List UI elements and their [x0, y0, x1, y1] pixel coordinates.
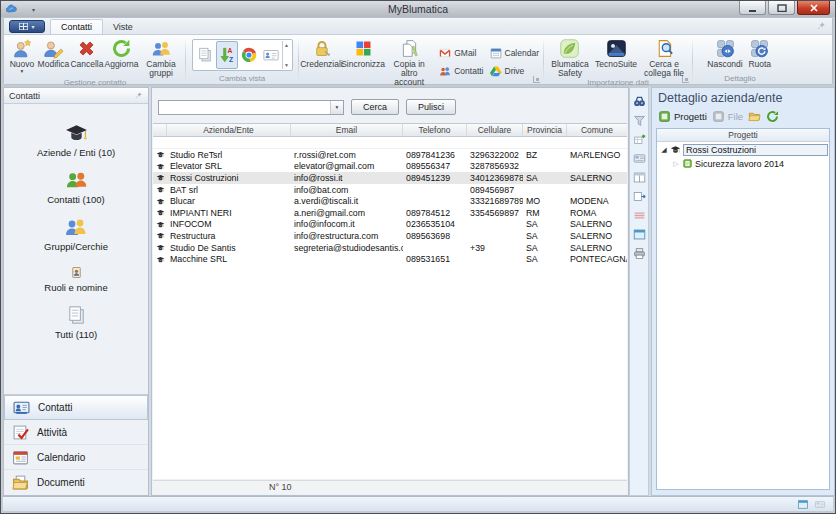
nascondi-button[interactable]: Nascondi [705, 36, 744, 74]
table-row-selected[interactable]: Rossi Costruzioni info@rossi.it 08945123… [153, 172, 627, 184]
collapsed-node-icon[interactable]: ▷ [672, 160, 680, 168]
print-icon[interactable] [633, 247, 646, 260]
tree-node-label: Sicurezza lavoro 2014 [695, 159, 784, 169]
cell-azienda: Studio De Santis [167, 243, 291, 253]
column-header-comune[interactable]: Comune [567, 124, 627, 136]
close-button[interactable] [797, 1, 830, 15]
cell-cellulare: 33321689789 [467, 196, 523, 206]
minimize-button[interactable] [739, 1, 766, 15]
cambia-gruppi-button[interactable]: Cambia gruppi [139, 36, 183, 78]
blumatica-safety-button[interactable]: Blumatica Safety [547, 36, 593, 78]
file-tab-button[interactable]: File [712, 110, 743, 123]
preview-window-icon[interactable] [633, 228, 646, 241]
nav-contatti[interactable]: Contatti [4, 395, 148, 420]
tab-viste[interactable]: Viste [103, 20, 143, 34]
sidebar-item-tutti[interactable]: Tutti (110) [4, 304, 148, 340]
titlebar[interactable]: ▾ MyBlumatica [1, 1, 835, 17]
table-row[interactable]: INFOCOM info@infocom.it 0236535104 SA SA… [153, 219, 627, 231]
table-row[interactable]: Restructura info@restructura.com 0895636… [153, 230, 627, 242]
tree-node-root[interactable]: ◢ Rossi Costruzioni [657, 143, 829, 156]
web-view-button[interactable] [238, 41, 260, 69]
column-header-cellulare[interactable]: Cellulare [467, 124, 523, 136]
table-row[interactable]: IMPIANTI NERI a.neri@gmail.com 089784512… [153, 207, 627, 219]
record-count: N° 10 [269, 482, 292, 492]
column-header-provincia[interactable]: Provincia [523, 124, 567, 136]
cell-cellulare: 3287856932 [467, 161, 523, 171]
table-row[interactable]: Studio De Santis segreteria@studiodesant… [153, 242, 627, 254]
sincronizza-button[interactable]: Sincronizza [342, 36, 384, 87]
cell-telefono: 089784512 [403, 208, 467, 218]
open-folder-button[interactable] [748, 110, 761, 123]
search-combobox[interactable]: ▾ [158, 100, 344, 115]
cell-azienda: BAT srl [167, 185, 291, 195]
row-lines-icon[interactable] [633, 209, 646, 222]
sidebar-item-gruppi-cerchie[interactable]: Gruppi/Cerchie [4, 215, 148, 252]
search-input[interactable] [159, 101, 330, 114]
find-icon[interactable] [633, 95, 646, 108]
list-view-button[interactable] [194, 41, 216, 69]
split-view-icon[interactable] [633, 171, 646, 184]
tree-column-header[interactable]: Progetti [657, 129, 829, 142]
maximize-button[interactable] [768, 1, 795, 15]
expanded-node-icon[interactable]: ◢ [660, 146, 668, 154]
google-contatti-button[interactable]: Contatti [437, 64, 485, 78]
nuovo-button[interactable]: Nuovo ▾ [7, 36, 37, 78]
credenziali-button[interactable]: Credenziali [301, 36, 342, 87]
tab-contatti[interactable]: Contatti [50, 19, 103, 34]
tasks-icon [12, 424, 29, 441]
copia-account-button[interactable]: Copia in altro account [384, 36, 434, 87]
cerca-button[interactable]: Cerca [351, 99, 399, 115]
pulisci-button[interactable]: Pulisci [406, 99, 456, 115]
gmail-button[interactable]: GMail [437, 46, 485, 60]
layout-toggle-icon[interactable] [797, 499, 809, 510]
table-row[interactable]: Elevator SRL elevator@gmail.com 08955634… [153, 161, 627, 173]
quick-access-dropdown-icon[interactable]: ▾ [32, 6, 35, 13]
nav-calendario[interactable]: Calendario [4, 445, 148, 470]
column-header-azienda[interactable]: Azienda/Ente [167, 124, 291, 136]
modifica-button[interactable]: Modifica [37, 36, 70, 78]
ruota-button[interactable]: Ruota [745, 36, 775, 74]
tree-node-child[interactable]: ▷ Sicurezza lavoro 2014 [657, 157, 829, 170]
table-row[interactable]: Macchine SRL 089531651 SA PONTECAGNANO F… [153, 253, 627, 265]
scroll-up-icon[interactable]: ▲ [284, 42, 289, 48]
refresh-detail-button[interactable] [766, 110, 779, 123]
dialog-launcher-icon[interactable] [533, 76, 540, 83]
grid-toggle-icon[interactable] [814, 499, 826, 510]
cancella-button[interactable]: Cancella [70, 36, 104, 78]
nascondi-label: Nascondi [707, 60, 742, 69]
cerca-collega-file-button[interactable]: Cerca e collega file [639, 36, 689, 78]
card-view-button[interactable] [260, 41, 282, 69]
table-row[interactable]: Blucar a.verdi@tiscali.it 33321689789 MO… [153, 195, 627, 207]
combo-dropdown-icon[interactable]: ▾ [330, 101, 343, 114]
cell-telefono: 089451239 [403, 173, 467, 183]
aggiorna-button[interactable]: Aggiorna [104, 36, 139, 78]
application-menu-button[interactable]: ▾ [9, 20, 45, 33]
calendar-button[interactable]: Calendar [488, 46, 542, 60]
filter-row[interactable] [153, 137, 627, 149]
scroll-down-icon[interactable]: ▼ [284, 62, 289, 68]
company-icon [64, 120, 89, 145]
cell-provincia: SA [523, 173, 567, 183]
filter-icon[interactable] [633, 114, 646, 127]
sorted-view-button[interactable] [216, 41, 238, 69]
progetti-tab-button[interactable]: Progetti [658, 110, 707, 123]
dialog-launcher-icon[interactable] [682, 76, 689, 83]
tecnosuite-button[interactable]: TecnoSuite [593, 36, 639, 78]
card-view-icon[interactable] [633, 152, 646, 165]
icon-column-header[interactable] [153, 124, 167, 136]
column-header-email[interactable]: Email [291, 124, 403, 136]
navigation-pane-icon[interactable] [633, 190, 646, 203]
gallery-scrollbar[interactable]: ▲ ▼ [282, 41, 291, 69]
table-row[interactable]: BAT srl info@bat.com 089456987 [153, 184, 627, 196]
pin-icon[interactable] [134, 91, 143, 100]
nav-attivita[interactable]: Attività [4, 420, 148, 445]
sidebar-item-ruoli-nomine[interactable]: Ruoli e nomine [4, 265, 148, 293]
sidebar-item-aziende-enti[interactable]: Aziende / Enti (10) [4, 120, 148, 158]
cell-comune: SALERNO [567, 231, 627, 241]
table-row[interactable]: Studio ReTsrl r.rossi@ret.com 0897841236… [153, 149, 627, 161]
column-header-telefono[interactable]: Telefono [403, 124, 467, 136]
sidebar-item-contatti[interactable]: Contatti (100) [4, 169, 148, 205]
add-view-icon[interactable] [633, 133, 646, 146]
minimize-ribbon-icon[interactable] [816, 21, 826, 31]
nav-documenti[interactable]: Documenti [4, 470, 148, 495]
